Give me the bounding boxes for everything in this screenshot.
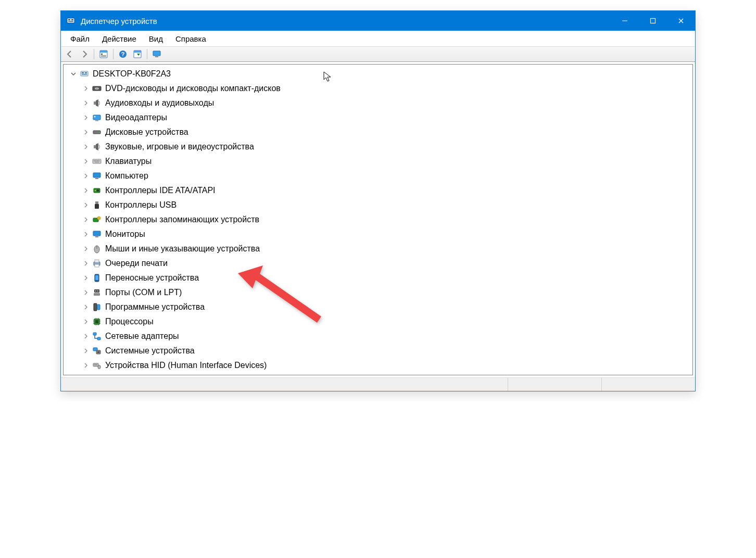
- svg-text:?: ?: [121, 51, 125, 57]
- tree-category-node[interactable]: Звуковые, игровые и видеоустройства: [66, 140, 690, 154]
- tree-category-node[interactable]: Устройства HID (Human Interface Devices): [66, 358, 690, 373]
- chevron-right-icon[interactable]: [81, 346, 91, 356]
- tree-root-node[interactable]: DESKTOP-KB0F2A3: [66, 67, 690, 81]
- svg-rect-56: [95, 264, 99, 267]
- svg-rect-8: [101, 54, 103, 55]
- svg-point-28: [94, 116, 96, 118]
- tree-category-label: Компьютер: [105, 171, 148, 181]
- tree-root-label: DESKTOP-KB0F2A3: [93, 69, 171, 79]
- svg-point-89: [98, 365, 100, 369]
- svg-rect-53: [97, 246, 97, 249]
- chevron-right-icon[interactable]: [81, 244, 91, 253]
- menu-view[interactable]: Вид: [143, 33, 169, 45]
- svg-rect-19: [82, 72, 84, 73]
- tree-category-node[interactable]: Мониторы: [66, 227, 690, 242]
- svg-rect-27: [93, 115, 100, 120]
- svg-rect-55: [95, 260, 99, 262]
- menu-file[interactable]: Файл: [64, 33, 96, 45]
- chevron-right-icon[interactable]: [81, 142, 91, 151]
- tree-category-node[interactable]: Дисковые устройства: [66, 125, 690, 140]
- device-tree[interactable]: DESKTOP-KB0F2A3DVD-дисководы и дисководы…: [63, 64, 693, 375]
- chevron-right-icon[interactable]: [81, 200, 91, 210]
- toolbar-back-button[interactable]: [63, 48, 77, 60]
- minimize-button[interactable]: [611, 11, 639, 31]
- chevron-right-icon[interactable]: [81, 273, 91, 283]
- chevron-down-icon[interactable]: [69, 69, 78, 79]
- tree-category-node[interactable]: Порты (COM и LPT): [66, 285, 690, 300]
- hid-icon: [92, 360, 102, 371]
- status-pane: [508, 378, 601, 391]
- svg-rect-63: [94, 293, 100, 296]
- port-icon: [92, 287, 102, 298]
- svg-rect-14: [134, 50, 141, 53]
- chevron-right-icon[interactable]: [81, 259, 91, 268]
- close-button[interactable]: [667, 11, 695, 31]
- tree-category-node[interactable]: Очереди печати: [66, 256, 690, 271]
- usb-icon: [92, 200, 102, 210]
- chevron-right-icon[interactable]: [81, 230, 91, 239]
- svg-rect-49: [98, 218, 99, 219]
- svg-rect-1: [68, 19, 70, 20]
- tree-category-label: Системные устройства: [105, 346, 195, 356]
- forward-icon: [80, 49, 89, 59]
- tree-category-label: DVD-дисководы и дисководы компакт-дисков: [105, 84, 281, 93]
- tree-category-label: Видеоадаптеры: [105, 113, 167, 122]
- chevron-right-icon[interactable]: [81, 317, 91, 326]
- maximize-button[interactable]: [639, 11, 667, 31]
- toolbar-show-hidden-button[interactable]: [150, 48, 163, 60]
- tree-category-node[interactable]: Процессоры: [66, 314, 690, 329]
- chevron-right-icon[interactable]: [81, 98, 91, 108]
- tree-category-node[interactable]: Программные устройства: [66, 300, 690, 314]
- svg-rect-20: [85, 72, 87, 73]
- svg-rect-17: [155, 56, 158, 57]
- chevron-right-icon[interactable]: [81, 332, 91, 341]
- svg-rect-64: [94, 303, 97, 311]
- chevron-right-icon[interactable]: [81, 186, 91, 195]
- svg-rect-37: [97, 160, 98, 161]
- chevron-right-icon[interactable]: [81, 361, 91, 370]
- svg-rect-29: [95, 120, 98, 121]
- tree-category-node[interactable]: Контроллеры IDE ATA/ATAPI: [66, 183, 690, 198]
- tree-category-node[interactable]: Компьютер: [66, 169, 690, 183]
- tree-category-label: Звуковые, игровые и видеоустройства: [105, 142, 254, 151]
- tree-category-node[interactable]: DVD-дисководы и дисководы компакт-дисков: [66, 81, 690, 96]
- tree-category-node[interactable]: Контроллеры запоминающих устройств: [66, 212, 690, 227]
- tree-category-label: Аудиовходы и аудиовыходы: [105, 98, 214, 108]
- system-icon: [92, 346, 102, 356]
- toolbar-forward-button[interactable]: [78, 48, 91, 60]
- tree-category-node[interactable]: Мыши и иные указывающие устройства: [66, 242, 690, 256]
- tree-category-node[interactable]: Контроллеры USB: [66, 198, 690, 212]
- chevron-right-icon[interactable]: [81, 171, 91, 181]
- svg-rect-0: [67, 18, 74, 23]
- titlebar: Диспетчер устройств: [61, 11, 695, 31]
- chevron-right-icon[interactable]: [81, 302, 91, 312]
- scan-icon: [133, 49, 142, 59]
- keyboard-icon: [92, 156, 102, 167]
- toolbar-help-button[interactable]: ?: [116, 48, 130, 60]
- app-icon: [66, 16, 75, 26]
- tree-category-label: Порты (COM и LPT): [105, 288, 182, 297]
- tree-category-label: Мыши и иные указывающие устройства: [105, 244, 260, 253]
- tree-category-node[interactable]: Системные устройства: [66, 344, 690, 358]
- chevron-right-icon[interactable]: [81, 84, 91, 93]
- toolbar-properties-button[interactable]: [97, 48, 110, 60]
- toolbar-scan-button[interactable]: [131, 48, 144, 60]
- svg-rect-41: [95, 178, 98, 179]
- chevron-right-icon[interactable]: [81, 288, 91, 297]
- back-icon: [65, 49, 74, 59]
- chevron-right-icon[interactable]: [81, 113, 91, 122]
- tree-category-node[interactable]: Сетевые адаптеры: [66, 329, 690, 344]
- network-icon: [92, 331, 102, 341]
- tree-category-node[interactable]: Видеоадаптеры: [66, 110, 690, 125]
- tree-category-node[interactable]: Переносные устройства: [66, 271, 690, 285]
- chevron-right-icon[interactable]: [81, 215, 91, 224]
- menu-help[interactable]: Справка: [169, 33, 212, 45]
- menu-action[interactable]: Действие: [96, 33, 143, 45]
- chevron-right-icon[interactable]: [81, 157, 91, 166]
- chevron-right-icon[interactable]: [81, 128, 91, 137]
- tree-category-node[interactable]: Аудиовходы и аудиовыходы: [66, 96, 690, 110]
- svg-rect-7: [100, 50, 107, 53]
- tree-category-label: Устройства HID (Human Interface Devices): [105, 361, 267, 370]
- hdd-icon: [92, 127, 102, 137]
- tree-category-node[interactable]: Клавиатуры: [66, 154, 690, 169]
